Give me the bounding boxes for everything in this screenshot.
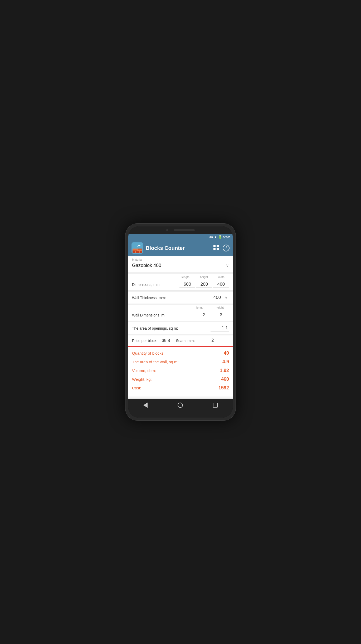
price-input[interactable] [159, 338, 173, 343]
dimensions-col-headers: length height width [128, 274, 233, 279]
dimensions-length-input[interactable] [179, 281, 195, 288]
weight-row: Weight, kg: 460 [132, 375, 229, 384]
network-indicator: 3G [209, 236, 213, 239]
wall-dimensions-inputs [196, 312, 229, 318]
info-icon[interactable]: i [223, 245, 230, 251]
seam-input[interactable] [196, 338, 229, 343]
material-value: Gazoblok 400 [132, 263, 161, 268]
dimensions-label: Dimensions, mm: [132, 283, 177, 287]
wall-dimensions-row: Wall Dimensions, m: [128, 309, 233, 321]
status-icons: 3G ▲ 🔋 5:52 [209, 235, 230, 239]
battery-icon: 🔋 [218, 235, 222, 239]
area-label: The area of the wall, sq m: [132, 360, 179, 364]
svg-rect-12 [213, 248, 216, 250]
volume-value: 1.92 [220, 368, 229, 373]
col-header-width: width [213, 275, 229, 279]
wall-dim-headers: length height [128, 305, 233, 309]
svg-rect-13 [217, 248, 219, 250]
dimensions-inputs [179, 281, 229, 288]
cost-row: Cost: 1592 [132, 384, 229, 392]
thickness-select[interactable]: 400 ∨ [209, 294, 229, 301]
svg-rect-3 [138, 249, 142, 250]
quantity-label: Quantity of blocks: [132, 351, 164, 355]
divider-1 [128, 272, 233, 274]
main-content: Material Gazoblok 400 ∨ length height wi… [128, 256, 233, 399]
weight-value: 460 [221, 377, 229, 382]
wall-thickness-section: Wall Thickness, mm: 400 ∨ [128, 292, 233, 304]
material-section: Material Gazoblok 400 ∨ [128, 256, 233, 272]
wall-thickness-row: Wall Thickness, mm: 400 ∨ [128, 292, 233, 304]
header-icons: i [213, 245, 230, 252]
quantity-value: 40 [224, 350, 229, 356]
wall-dimensions-label: Wall Dimensions, m: [132, 313, 194, 317]
svg-rect-6 [140, 251, 142, 253]
openings-row: The area of openings, sq m: [128, 322, 233, 334]
weight-label: Weight, kg: [132, 377, 152, 382]
phone-top-bar [128, 226, 233, 234]
wall-dim-col-length: length [191, 306, 209, 309]
time-display: 5:52 [223, 235, 230, 239]
app-header: Blocks Counter i [128, 240, 233, 256]
speaker-grill [174, 229, 195, 231]
svg-rect-4 [133, 251, 135, 253]
volume-row: Volume, cbm: 1.92 [132, 366, 229, 375]
wall-dimensions-section: length height Wall Dimensions, m: [128, 305, 233, 321]
wall-height-input[interactable] [213, 312, 229, 318]
thickness-value: 400 [211, 295, 224, 300]
phone-inner: 3G ▲ 🔋 5:52 [128, 226, 233, 418]
dimensions-row: Dimensions, mm: [128, 279, 233, 291]
svg-rect-5 [136, 251, 139, 253]
price-label: Price per block: [132, 339, 157, 343]
openings-section: The area of openings, sq m: [128, 322, 233, 334]
area-value: 4.9 [222, 359, 229, 365]
svg-rect-11 [217, 245, 219, 247]
thickness-dropdown-arrow[interactable]: ∨ [225, 295, 227, 300]
status-bar: 3G ▲ 🔋 5:52 [128, 234, 233, 240]
phone-frame: 3G ▲ 🔋 5:52 [125, 223, 236, 421]
col-header-length: length [176, 275, 195, 279]
bottom-nav [128, 399, 233, 412]
wall-thickness-label: Wall Thickness, mm: [132, 296, 207, 300]
svg-line-8 [140, 245, 142, 245]
dimensions-width-input[interactable] [213, 281, 229, 288]
app-title: Blocks Counter [146, 245, 211, 251]
material-dropdown-arrow[interactable]: ∨ [226, 263, 229, 268]
area-row: The area of the wall, sq m: 4.9 [132, 358, 229, 366]
volume-label: Volume, cbm: [132, 368, 156, 373]
svg-rect-2 [133, 250, 137, 251]
material-label: Material [132, 258, 229, 261]
col-header-height: height [195, 275, 213, 279]
cost-label: Cost: [132, 386, 141, 390]
dimensions-section: length height width Dimensions, mm: [128, 274, 233, 291]
phone-bottom-bar [128, 412, 233, 418]
signal-icon: ▲ [214, 235, 217, 239]
app-icon [131, 242, 143, 254]
openings-label: The area of openings, sq m: [132, 326, 211, 330]
openings-input[interactable] [211, 325, 229, 331]
screen: 3G ▲ 🔋 5:52 [128, 234, 233, 412]
camera-dot [166, 229, 168, 231]
dimensions-height-input[interactable] [196, 281, 212, 288]
price-seam-section: Price per block: Seam, mm: [128, 335, 233, 346]
material-row[interactable]: Gazoblok 400 ∨ [132, 262, 229, 270]
grid-icon[interactable] [213, 245, 219, 252]
wall-length-input[interactable] [196, 312, 212, 318]
wall-dim-col-height: height [211, 306, 229, 309]
results-section: Quantity of blocks: 40 The area of the w… [128, 347, 233, 397]
nav-home-button[interactable] [178, 403, 183, 408]
nav-back-button[interactable] [143, 403, 148, 408]
nav-recents-button[interactable] [213, 403, 218, 408]
svg-rect-10 [213, 245, 216, 247]
seam-label: Seam, mm: [176, 339, 195, 343]
cost-value: 1592 [218, 385, 229, 391]
quantity-row: Quantity of blocks: 40 [132, 349, 229, 358]
